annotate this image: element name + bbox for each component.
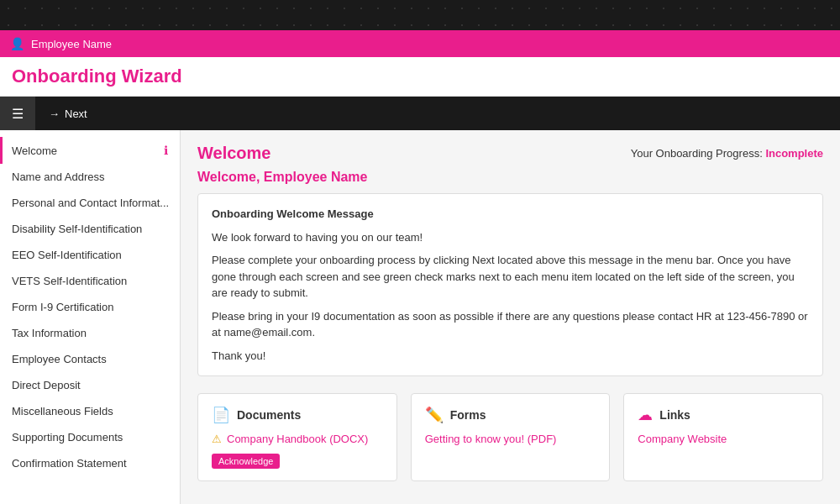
documents-card: 📄 Documents ⚠ Company Handbook (DOCX) Ac…	[197, 393, 397, 481]
welcome-name: Welcome, Employee Name	[197, 170, 823, 185]
forms-card-title: Forms	[450, 408, 486, 422]
documents-card-header: 📄 Documents	[212, 406, 383, 424]
acknowledge-container: Acknowledge	[212, 450, 383, 469]
links-icon: ☁	[638, 406, 653, 424]
sidebar-label-direct-deposit: Direct Deposit	[12, 379, 81, 391]
next-label: Next	[65, 108, 87, 120]
content-area: Welcome Your Onboarding Progress: Incomp…	[181, 130, 840, 504]
next-arrow-icon: →	[49, 108, 60, 120]
progress-label: Your Onboarding Progress:	[631, 147, 763, 160]
app-header: Onboarding Wizard	[0, 57, 840, 97]
app-title: Onboarding Wizard	[12, 66, 182, 87]
message-title: Onboarding Welcome Message	[212, 206, 809, 223]
main-layout: Welcome ℹ Name and Address Personal and …	[0, 130, 840, 504]
links-card: ☁ Links Company Website	[623, 393, 823, 481]
sidebar-item-personal-contact[interactable]: Personal and Contact Informat...	[0, 190, 180, 216]
message-line2: Please complete your onboarding process …	[212, 252, 809, 302]
top-bar: 👤 Employee Name	[0, 30, 840, 57]
sidebar-label-vets: VETS Self-Identification	[12, 275, 127, 287]
cards-row: 📄 Documents ⚠ Company Handbook (DOCX) Ac…	[197, 393, 823, 481]
sidebar-item-disability[interactable]: Disability Self-Identification	[0, 216, 180, 242]
sidebar-label-welcome: Welcome	[12, 144, 57, 157]
forms-icon: ✏️	[425, 406, 444, 424]
sidebar-item-supporting-docs[interactable]: Supporting Documents	[0, 424, 180, 450]
document-icon: 📄	[212, 406, 230, 424]
sidebar-label-eeo: EEO Self-Identification	[12, 249, 122, 261]
menu-button[interactable]: ☰	[0, 97, 35, 130]
document-item-handbook: ⚠ Company Handbook (DOCX)	[212, 433, 383, 445]
sidebar-label-personal-contact: Personal and Contact Informat...	[12, 197, 169, 209]
message-line1: We look forward to having you on our tea…	[212, 229, 809, 246]
sidebar-label-misc: Miscellaneous Fields	[12, 405, 113, 417]
sidebar-item-welcome[interactable]: Welcome ℹ	[0, 137, 180, 164]
user-icon: 👤	[10, 37, 24, 50]
welcome-message-box: Onboarding Welcome Message We look forwa…	[197, 193, 823, 376]
handbook-link[interactable]: Company Handbook (DOCX)	[227, 433, 368, 445]
sidebar-item-form-i9[interactable]: Form I-9 Certification	[0, 294, 180, 320]
sidebar-item-vets[interactable]: VETS Self-Identification	[0, 268, 180, 294]
sidebar-label-name-address: Name and Address	[12, 171, 105, 183]
employee-name-label: Employee Name	[31, 38, 112, 50]
decorative-header	[0, 0, 840, 30]
toolbar: ☰ → Next	[0, 97, 840, 130]
content-header: Welcome Your Onboarding Progress: Incomp…	[197, 144, 823, 163]
documents-card-title: Documents	[237, 408, 301, 422]
forms-card-header: ✏️ Forms	[425, 406, 596, 424]
acknowledge-button[interactable]: Acknowledge	[212, 454, 280, 469]
sidebar-item-misc[interactable]: Miscellaneous Fields	[0, 398, 180, 424]
sidebar-label-disability: Disability Self-Identification	[12, 223, 142, 235]
sidebar-item-name-address[interactable]: Name and Address	[0, 164, 180, 190]
sidebar-item-eeo[interactable]: EEO Self-Identification	[0, 242, 180, 268]
links-card-title: Links	[659, 408, 690, 422]
message-line3: Please bring in your I9 documentation as…	[212, 308, 809, 341]
sidebar-label-contacts: Employee Contacts	[12, 353, 107, 365]
sidebar-item-confirmation[interactable]: Confirmation Statement	[0, 450, 180, 476]
sidebar-item-contacts[interactable]: Employee Contacts	[0, 346, 180, 372]
sidebar-label-form-i9: Form I-9 Certification	[12, 301, 113, 313]
sidebar-label-tax: Tax Information	[12, 327, 87, 339]
forms-card: ✏️ Forms Getting to know you! (PDF)	[411, 393, 611, 481]
getting-to-know-link[interactable]: Getting to know you! (PDF)	[425, 433, 557, 445]
links-card-header: ☁ Links	[638, 406, 809, 424]
warning-icon: ⚠	[212, 433, 222, 445]
form-item-getting-to-know: Getting to know you! (PDF)	[425, 433, 596, 445]
message-line4: Thank you!	[212, 348, 809, 365]
link-item-company-website: Company Website	[638, 433, 809, 445]
sidebar-item-tax[interactable]: Tax Information	[0, 320, 180, 346]
next-button[interactable]: → Next	[35, 97, 101, 130]
info-icon-welcome: ℹ	[164, 144, 168, 157]
sidebar: Welcome ℹ Name and Address Personal and …	[0, 130, 181, 504]
company-website-link[interactable]: Company Website	[638, 433, 727, 445]
sidebar-label-confirmation: Confirmation Statement	[12, 457, 127, 470]
sidebar-label-supporting-docs: Supporting Documents	[12, 431, 123, 444]
content-title: Welcome	[197, 144, 270, 163]
progress-status: Incomplete	[765, 147, 823, 160]
sidebar-item-direct-deposit[interactable]: Direct Deposit	[0, 372, 180, 398]
progress-text: Your Onboarding Progress: Incomplete	[631, 147, 823, 160]
